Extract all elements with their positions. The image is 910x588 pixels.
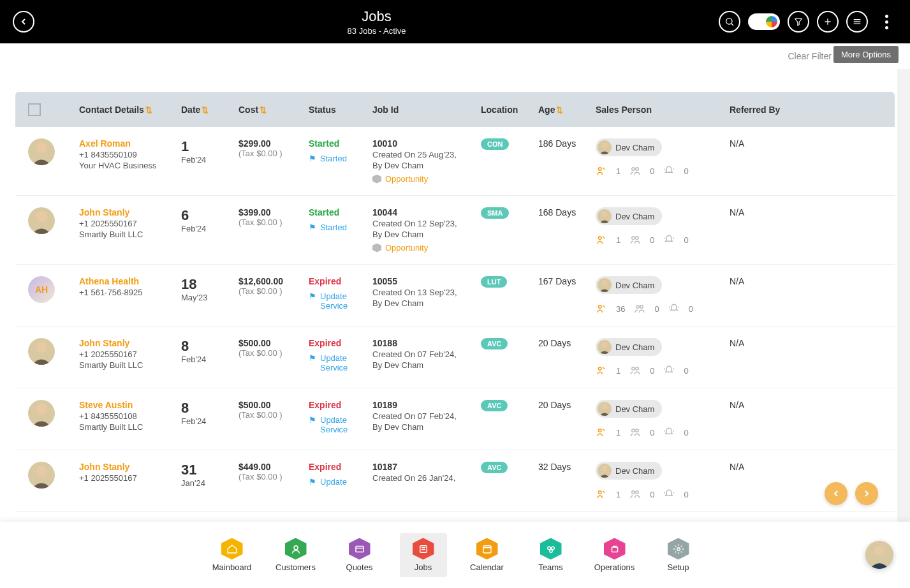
back-button[interactable] [13, 11, 34, 33]
profile-avatar[interactable] [865, 541, 893, 569]
more-options-button[interactable] [876, 11, 897, 33]
status-action[interactable]: ⚑ Started [309, 154, 372, 163]
opportunity-tag[interactable]: Opportunity [372, 174, 481, 184]
col-date[interactable]: Date⇅ [181, 105, 239, 115]
col-cost[interactable]: Cost⇅ [239, 105, 309, 115]
svg-point-37 [294, 545, 298, 549]
select-all-checkbox[interactable] [28, 103, 41, 116]
contact-cell: Athena Health +1 561-756-8925 [79, 276, 181, 298]
sales-avatar [598, 140, 612, 154]
svg-point-28 [602, 404, 608, 409]
status-action[interactable]: ⚑ Update Service [309, 415, 372, 434]
date-month: Feb'24 [181, 416, 239, 426]
filter-bar: Clear Filter Clear Sort [0, 43, 910, 69]
contact-name[interactable]: John Stanly [79, 207, 181, 217]
table-row[interactable]: AH Athena Health +1 561-756-8925 18 May'… [15, 265, 895, 327]
contact-name[interactable]: Axel Roman [79, 138, 181, 149]
svg-marker-2 [795, 18, 802, 25]
table-row[interactable]: Steve Austin +1 8435550108 Smartly Built… [15, 388, 895, 450]
nav-teams[interactable]: Teams [527, 533, 575, 577]
location-cell: CON [481, 138, 538, 150]
sales-chip[interactable]: Dev Cham [596, 338, 662, 356]
status-badge: Expired [309, 276, 372, 286]
status-action[interactable]: ⚑ Started [309, 223, 372, 232]
contact-phone: +1 561-756-8925 [79, 288, 181, 297]
nav-label: Quotes [346, 562, 373, 572]
contact-name[interactable]: Steve Austin [79, 400, 181, 410]
more-options-tooltip: More Options [833, 46, 899, 63]
sort-icon: ⇅ [260, 105, 267, 115]
opportunity-tag[interactable]: Opportunity [372, 243, 481, 253]
jobid-cell: 10189 Created On 07 Feb'24, By Dev Cham [372, 400, 481, 432]
scrollbar[interactable] [897, 69, 910, 522]
col-sales[interactable]: Sales Person [596, 105, 730, 115]
add-button[interactable] [817, 11, 839, 33]
jobid-by: By Dev Cham [372, 422, 481, 432]
svg-point-36 [636, 491, 639, 494]
nav-calendar[interactable]: Calendar [464, 533, 511, 577]
stats-line: 36 0 0 [596, 303, 730, 314]
contact-cell: John Stanly +1 2025550167 Smartly Built … [79, 207, 181, 240]
status-cell: Started ⚑ Started [309, 138, 372, 163]
nav-icon [413, 538, 434, 560]
svg-point-10 [599, 168, 602, 171]
contact-name[interactable]: John Stanly [79, 338, 181, 348]
svg-point-29 [599, 429, 602, 432]
col-referred[interactable]: Referred By [730, 105, 806, 115]
svg-point-22 [36, 342, 47, 353]
date-month: Feb'24 [181, 355, 239, 364]
status-action[interactable]: ⚑ Update Service [309, 291, 372, 311]
col-age[interactable]: Age⇅ [538, 105, 596, 115]
table-row[interactable]: John Stanly +1 2025550167 Smartly Built … [15, 327, 895, 388]
cost-tax: (Tax $0.00 ) [239, 217, 309, 227]
sales-chip[interactable]: Dev Cham [596, 400, 662, 418]
svg-point-30 [632, 429, 635, 432]
map-toggle[interactable] [748, 13, 780, 30]
search-button[interactable] [719, 11, 740, 33]
nav-setup[interactable]: Setup [655, 533, 702, 577]
status-cell: Expired ⚑ Update Service [309, 338, 372, 372]
nav-jobs[interactable]: Jobs [400, 533, 447, 577]
nav-operations[interactable]: Operations [591, 533, 638, 577]
svg-rect-38 [356, 546, 363, 552]
status-action[interactable]: ⚑ Update [309, 477, 372, 487]
jobid-cell: 10055 Created On 13 Sep'23, By Dev Cham [372, 276, 481, 308]
nav-icon [349, 538, 371, 560]
col-jobid[interactable]: Job Id [372, 105, 481, 115]
jobid-value: 10187 [372, 462, 481, 472]
sales-chip[interactable]: Dev Cham [596, 138, 662, 156]
filter-button[interactable] [788, 11, 809, 33]
table-row[interactable]: John Stanly +1 2025550167 31 Jan'24 $449… [15, 450, 895, 512]
age-cell: 20 Days [538, 338, 596, 348]
svg-point-45 [547, 547, 550, 550]
list-view-button[interactable] [846, 11, 868, 33]
contact-name[interactable]: John Stanly [79, 462, 181, 472]
pager [825, 482, 878, 505]
nav-quotes[interactable]: Quotes [336, 533, 383, 577]
cost-tax: (Tax $0.00 ) [239, 348, 309, 358]
sales-name: Dev Cham [615, 212, 654, 221]
sales-chip[interactable]: Dev Cham [596, 462, 662, 480]
date-day: 8 [181, 400, 239, 416]
col-status[interactable]: Status [309, 105, 372, 115]
activity-icon [596, 303, 607, 314]
sales-chip[interactable]: Dev Cham [596, 276, 662, 294]
nav-customers[interactable]: Customers [272, 533, 319, 577]
table-row[interactable]: Axel Roman +1 8435550109 Your HVAC Busin… [15, 127, 895, 196]
status-action[interactable]: ⚑ Update Service [309, 353, 372, 372]
prev-page-button[interactable] [825, 482, 848, 505]
bell-icon [663, 427, 675, 438]
col-contact[interactable]: Contact Details⇅ [79, 105, 181, 115]
svg-rect-48 [612, 547, 617, 552]
contact-cell: John Stanly +1 2025550167 Smartly Built … [79, 338, 181, 371]
col-location[interactable]: Location [481, 105, 538, 115]
nav-icon [540, 538, 562, 560]
clear-filter-link[interactable]: Clear Filter [788, 51, 832, 61]
jobid-created: Created On 25 Aug'23, [372, 150, 481, 159]
sales-chip[interactable]: Dev Cham [596, 207, 662, 225]
nav-mainboard[interactable]: Mainboard [209, 533, 256, 577]
contact-name[interactable]: Athena Health [79, 276, 181, 286]
contact-company: Your HVAC Business [79, 161, 181, 170]
next-page-button[interactable] [855, 482, 878, 505]
table-row[interactable]: John Stanly +1 2025550167 Smartly Built … [15, 196, 895, 265]
